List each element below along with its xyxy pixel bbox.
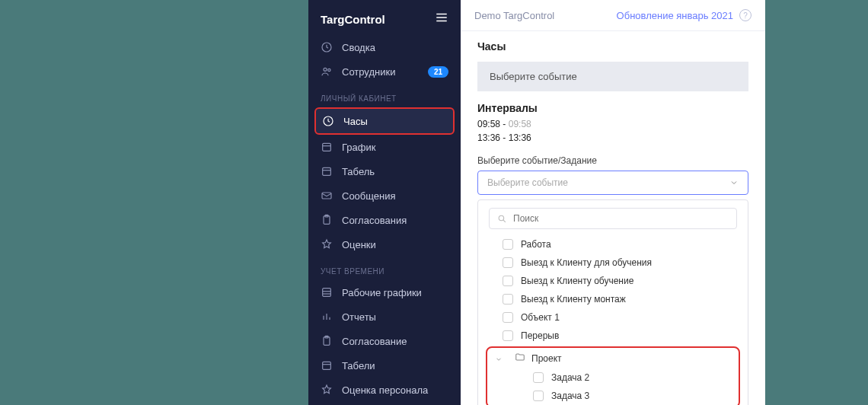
sidebar-item-ratings[interactable]: Оценки [308,232,461,257]
event-select[interactable]: Выберите событие [477,171,748,195]
select-label: Выберите событие/Задание [477,155,748,166]
app-window: TargControl Сводка Сотрудники 21 ЛИЧНЫЙ … [308,0,765,405]
sidebar-item-label: Сотрудники [342,66,395,78]
option-label: Выезд к Клиенту монтаж [521,294,626,305]
checkbox[interactable] [503,239,513,250]
sidebar-item-label: Отчеты [342,311,376,323]
svg-line-25 [503,220,506,222]
sidebar-item-summary[interactable]: Сводка [308,35,461,59]
sidebar-item-label: Рабочие графики [342,287,422,298]
sidebar-item-schedule[interactable]: График [308,135,461,159]
dashboard-icon [321,41,333,53]
svg-rect-14 [323,289,331,297]
clipboard-icon [321,335,333,347]
calendar-icon [321,359,333,372]
option-label: Объект 1 [521,312,560,323]
sidebar-item-label: Согласования [342,215,407,226]
option-client-install[interactable]: Выезд к Клиенту монтаж [481,290,745,308]
event-banner: Выберите событие [477,62,748,91]
dropdown-panel: Работа Выезд к Клиенту для обучения Выез… [477,199,748,405]
folder-icon [515,352,525,365]
mail-icon [321,190,333,202]
svg-rect-7 [323,143,331,151]
checkbox[interactable] [503,330,513,341]
checkbox[interactable] [503,312,513,323]
sidebar-item-staff-rating[interactable]: Оценка персонала [308,378,461,402]
svg-rect-9 [323,167,331,175]
sidebar: TargControl Сводка Сотрудники 21 ЛИЧНЫЙ … [308,0,461,405]
sidebar-item-messages[interactable]: Сообщения [308,183,461,208]
checkbox[interactable] [503,257,513,268]
intervals-title: Интервалы [477,102,748,114]
option-client-training-1[interactable]: Выезд к Клиенту для обучения [481,254,745,272]
option-task-2[interactable]: Задача 2 [487,368,739,387]
search-input[interactable] [513,213,729,224]
sidebar-item-approvals[interactable]: Согласования [308,208,461,232]
sidebar-item-label: Оценка персонала [342,384,428,396]
option-task-3[interactable]: Задача 3 [487,387,739,405]
option-label: Задача 2 [551,372,589,383]
sidebar-item-timesheet[interactable]: Табель [308,159,461,183]
option-break[interactable]: Перерыв [481,327,745,345]
sidebar-item-label: Согласование [342,336,407,347]
checkbox[interactable] [503,276,513,286]
help-icon[interactable]: ? [739,9,752,21]
sidebar-item-employees[interactable]: Сотрудники 21 [308,59,461,84]
star-icon [321,238,333,250]
sidebar-item-label: Оценки [342,239,376,250]
chart-icon [321,311,333,323]
option-label: Выезд к Клиенту обучение [521,276,633,286]
option-client-training-2[interactable]: Выезд к Клиенту обучение [481,272,745,290]
menu-toggle-icon[interactable] [435,11,448,27]
project-group-highlight: Проект Задача 2 Задача 3 [486,346,740,405]
clipboard-icon [321,214,333,226]
interval-row: 09:58 - 09:58 [477,117,748,131]
logo: TargControl [321,13,385,26]
topbar: Demo TargControl Обновление январь 2021 … [461,0,765,31]
option-label: Работа [521,239,551,250]
checkbox[interactable] [533,372,544,383]
employees-badge: 21 [428,66,448,78]
sidebar-item-work-schedules[interactable]: Рабочие графики [308,280,461,305]
sidebar-item-approval[interactable]: Согласование [308,329,461,353]
checkbox[interactable] [533,391,544,401]
sidebar-item-label: График [342,142,375,153]
option-label: Выезд к Клиенту для обучения [521,257,652,268]
search-box[interactable] [489,208,737,229]
chevron-down-icon [495,355,503,362]
main-panel: Demo TargControl Обновление январь 2021 … [461,0,765,405]
sidebar-item-timesheets[interactable]: Табели [308,353,461,378]
star-icon [321,384,333,396]
calendar-icon [321,165,333,177]
select-placeholder: Выберите событие [487,177,568,188]
svg-point-5 [328,69,330,71]
sidebar-header: TargControl [308,0,461,35]
grid-icon [321,286,333,298]
chevron-down-icon [729,178,739,187]
sidebar-item-label: Табель [342,166,375,177]
svg-rect-22 [323,362,331,369]
svg-point-4 [324,68,327,71]
page-title: Часы [461,31,765,62]
option-group-project[interactable]: Проект [487,348,739,368]
update-link[interactable]: Обновление январь 2021 [617,10,733,21]
option-label: Перерыв [521,330,559,341]
clock-icon [322,115,334,127]
group-label: Проект [531,353,562,364]
sidebar-section-timetracking: УЧЕТ ВРЕМЕНИ [308,257,461,280]
search-icon [497,214,507,224]
sidebar-item-label: Сводка [342,42,375,53]
option-work[interactable]: Работа [481,235,745,254]
sidebar-item-reports[interactable]: Отчеты [308,305,461,329]
option-object-1[interactable]: Объект 1 [481,308,745,327]
content: Выберите событие Интервалы 09:58 - 09:58… [461,62,765,405]
interval-row: 13:36 - 13:36 [477,131,748,145]
option-label: Задача 3 [551,391,589,401]
sidebar-item-label: Табели [342,360,375,372]
sidebar-item-hours[interactable]: Часы [314,107,455,135]
calendar-icon [321,141,333,153]
employees-icon [321,65,333,78]
checkbox[interactable] [503,294,513,305]
sidebar-item-label: Часы [343,116,368,127]
workspace-name: Demo TargControl [474,10,554,21]
